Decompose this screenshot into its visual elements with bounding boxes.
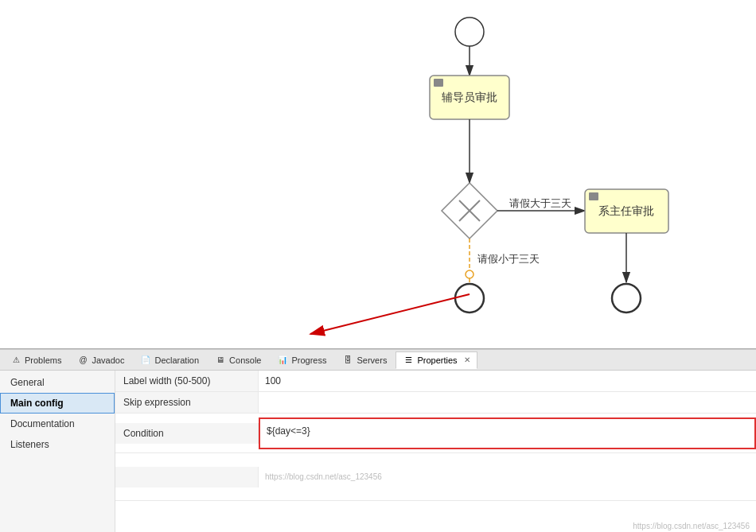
- svg-line-23: [310, 294, 470, 334]
- skip-expression-label: Skip expression: [115, 392, 259, 413]
- bottom-panel: ⚠ Problems @ Javadoc 📄 Declaration 🖥 Con…: [0, 349, 756, 532]
- condition-row: Condition ${day<=3}: [115, 414, 756, 453]
- sidebar-item-main-config[interactable]: Main config: [0, 393, 115, 414]
- sidebar-item-documentation[interactable]: Documentation: [0, 414, 115, 434]
- watermark: https://blog.csdn.net/asc_123456: [265, 472, 382, 481]
- sidebar: General Main config Documentation Listen…: [0, 371, 115, 532]
- sidebar-item-listeners[interactable]: Listeners: [0, 434, 115, 455]
- progress-icon: 📊: [277, 355, 288, 366]
- tab-console[interactable]: 🖥 Console: [208, 351, 268, 369]
- servers-icon: 🗄: [342, 355, 353, 366]
- svg-rect-2: [430, 76, 509, 119]
- svg-rect-11: [585, 189, 668, 233]
- svg-line-7: [459, 200, 480, 221]
- svg-text:请假大于三天: 请假大于三天: [509, 197, 571, 209]
- tab-progress[interactable]: 📊 Progress: [270, 351, 333, 369]
- label-width-value[interactable]: 100: [259, 371, 756, 391]
- svg-point-20: [455, 284, 484, 313]
- problems-icon: ⚠: [10, 355, 21, 366]
- svg-text:系主任审批: 系主任审批: [598, 204, 654, 217]
- diagram-canvas: 辅导员审批 请假大于三天 系主任审批: [0, 0, 756, 348]
- skip-expression-row: Skip expression: [115, 392, 756, 414]
- diagram-area: 辅导员审批 请假大于三天 系主任审批: [0, 0, 756, 349]
- watermark-text: https://blog.csdn.net/asc_123456: [633, 522, 750, 530]
- svg-line-8: [459, 200, 480, 221]
- svg-point-17: [466, 270, 473, 278]
- tab-declaration[interactable]: 📄 Declaration: [133, 351, 206, 369]
- panel-content: General Main config Documentation Listen…: [0, 371, 756, 532]
- skip-expression-value[interactable]: [259, 392, 756, 413]
- properties-form: Label width (50-500) 100 Skip expression: [115, 371, 756, 532]
- condition-label: Condition: [115, 423, 259, 444]
- declaration-icon: 📄: [140, 355, 151, 366]
- app-container: 辅导员审批 请假大于三天 系主任审批: [0, 0, 756, 532]
- tab-bar: ⚠ Problems @ Javadoc 📄 Declaration 🖥 Con…: [0, 350, 756, 371]
- label-width-label: Label width (50-500): [115, 371, 259, 391]
- svg-text:辅导员审批: 辅导员审批: [442, 91, 497, 103]
- tab-javadoc[interactable]: @ Javadoc: [70, 351, 131, 369]
- tab-properties[interactable]: ☰ Properties ✕: [396, 351, 477, 369]
- svg-rect-3: [434, 79, 443, 87]
- empty-value: https://blog.csdn.net/asc_123456: [259, 467, 756, 487]
- condition-value[interactable]: ${day<=3}: [259, 417, 756, 449]
- tab-problems[interactable]: ⚠ Problems: [3, 351, 68, 369]
- console-icon: 🖥: [215, 355, 226, 366]
- diagram-svg: 辅导员审批 请假大于三天 系主任审批: [0, 0, 756, 348]
- close-icon[interactable]: ✕: [464, 355, 470, 364]
- sidebar-item-general[interactable]: General: [0, 372, 115, 393]
- svg-point-15: [612, 284, 641, 313]
- empty-row: https://blog.csdn.net/asc_123456: [115, 453, 756, 501]
- svg-marker-6: [442, 183, 497, 239]
- empty-label: [115, 467, 259, 487]
- properties-icon: ☰: [403, 355, 414, 366]
- svg-point-0: [455, 17, 484, 46]
- label-width-row: Label width (50-500) 100: [115, 371, 756, 392]
- tab-servers[interactable]: 🗄 Servers: [335, 351, 394, 369]
- javadoc-icon: @: [77, 355, 88, 366]
- svg-text:请假小于三天: 请假小于三天: [477, 253, 540, 265]
- svg-rect-12: [589, 192, 598, 200]
